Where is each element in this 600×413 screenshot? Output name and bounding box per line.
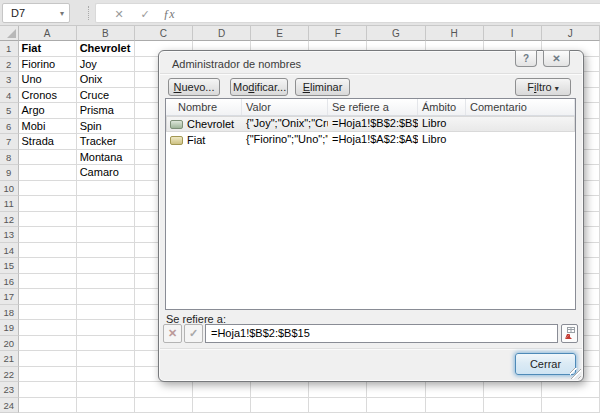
column-header-D[interactable]: D	[193, 26, 251, 41]
cell-A7[interactable]: Strada	[19, 134, 77, 150]
help-button[interactable]: ?	[515, 50, 537, 67]
cell-D23[interactable]	[193, 382, 251, 398]
cell-B13[interactable]	[77, 227, 135, 243]
enter-icon[interactable]: ✓	[136, 6, 154, 22]
row-header-20[interactable]: 20	[0, 336, 19, 352]
cell-A3[interactable]: Uno	[19, 72, 77, 88]
row-header-18[interactable]: 18	[0, 305, 19, 321]
column-header-G[interactable]: G	[367, 26, 425, 41]
row-header-8[interactable]: 8	[0, 150, 19, 166]
cell-A8[interactable]	[19, 150, 77, 166]
row-header-9[interactable]: 9	[0, 165, 19, 181]
cancel-icon[interactable]: ✕	[110, 6, 128, 22]
cell-B21[interactable]	[77, 351, 135, 367]
cell-A4[interactable]: Cronos	[19, 88, 77, 104]
cell-B3[interactable]: Onix	[77, 72, 135, 88]
name-row-chevrolet[interactable]: Chevrolet{"Joy";"Onix";"Cruc...=Hoja1!$B…	[166, 116, 575, 132]
row-header-6[interactable]: 6	[0, 119, 19, 135]
cell-B22[interactable]	[77, 367, 135, 383]
cell-A19[interactable]	[19, 320, 77, 336]
cancel-edit-button[interactable]: ✕	[163, 324, 182, 343]
cell-B6[interactable]: Spin	[77, 119, 135, 135]
cell-A23[interactable]	[19, 382, 77, 398]
cell-A15[interactable]	[19, 258, 77, 274]
cell-F24[interactable]	[309, 398, 367, 413]
cell-A2[interactable]: Fiorino	[19, 57, 77, 73]
cell-B11[interactable]	[77, 196, 135, 212]
cell-B24[interactable]	[77, 398, 135, 413]
cell-B10[interactable]	[77, 181, 135, 197]
delete-name-button[interactable]: Eliminar	[295, 78, 350, 96]
column-header-nombre[interactable]: Nombre	[166, 99, 242, 115]
cell-A16[interactable]	[19, 274, 77, 290]
cell-B7[interactable]: Tracker	[77, 134, 135, 150]
column-header-C[interactable]: C	[135, 26, 193, 41]
row-header-10[interactable]: 10	[0, 181, 19, 197]
cell-B17[interactable]	[77, 289, 135, 305]
cell-G23[interactable]	[367, 382, 425, 398]
column-header-B[interactable]: B	[77, 26, 135, 41]
cell-A18[interactable]	[19, 305, 77, 321]
row-header-2[interactable]: 2	[0, 57, 19, 73]
edit-name-button[interactable]: Modificar...	[230, 78, 288, 96]
formula-input[interactable]: ✕ ✓ ƒx	[95, 3, 600, 23]
column-header-J[interactable]: J	[542, 26, 600, 41]
cell-B20[interactable]	[77, 336, 135, 352]
cell-B12[interactable]	[77, 212, 135, 228]
row-header-1[interactable]: 1	[0, 41, 19, 57]
cerrar-button[interactable]: Cerrar	[515, 353, 576, 375]
cell-B16[interactable]	[77, 274, 135, 290]
cell-G24[interactable]	[367, 398, 425, 413]
cell-J23[interactable]	[542, 382, 600, 398]
column-header-valor[interactable]: Valor	[242, 99, 328, 115]
cell-A1[interactable]: Fiat	[19, 41, 77, 57]
cell-A22[interactable]	[19, 367, 77, 383]
insert-function-icon[interactable]: ƒx	[160, 6, 178, 22]
cell-J24[interactable]	[542, 398, 600, 413]
row-header-7[interactable]: 7	[0, 134, 19, 150]
confirm-edit-button[interactable]: ✓	[184, 324, 203, 343]
filter-button[interactable]: Filtro▾	[515, 78, 571, 96]
new-name-button[interactable]: Nuevo...	[168, 78, 220, 96]
column-header-A[interactable]: A	[19, 26, 77, 41]
cell-C24[interactable]	[135, 398, 193, 413]
row-header-11[interactable]: 11	[0, 196, 19, 212]
cell-B2[interactable]: Joy	[77, 57, 135, 73]
close-dialog-button[interactable]: ✕	[543, 50, 570, 67]
cell-I24[interactable]	[484, 398, 542, 413]
chevron-down-icon[interactable]: ▾	[60, 5, 64, 23]
name-row-fiat[interactable]: Fiat{"Fiorino";"Uno";"...=Hoja1!$A$2:$A$…	[166, 132, 575, 148]
row-header-4[interactable]: 4	[0, 88, 19, 104]
row-header-5[interactable]: 5	[0, 103, 19, 119]
row-header-13[interactable]: 13	[0, 227, 19, 243]
cell-A17[interactable]	[19, 289, 77, 305]
row-header-3[interactable]: 3	[0, 72, 19, 88]
cell-A12[interactable]	[19, 212, 77, 228]
cell-A20[interactable]	[19, 336, 77, 352]
cell-B18[interactable]	[77, 305, 135, 321]
column-header-I[interactable]: I	[484, 26, 542, 41]
cell-B5[interactable]: Prisma	[77, 103, 135, 119]
column-header-se-refiere-a[interactable]: Se refiere a	[328, 99, 418, 115]
cell-B19[interactable]	[77, 320, 135, 336]
cell-C23[interactable]	[135, 382, 193, 398]
cell-H24[interactable]	[426, 398, 484, 413]
row-header-15[interactable]: 15	[0, 258, 19, 274]
cell-A6[interactable]: Mobi	[19, 119, 77, 135]
cell-B1[interactable]: Chevrolet	[77, 41, 135, 57]
cell-E24[interactable]	[251, 398, 309, 413]
row-header-16[interactable]: 16	[0, 274, 19, 290]
row-header-22[interactable]: 22	[0, 367, 19, 383]
row-header-23[interactable]: 23	[0, 382, 19, 398]
range-selector-button[interactable]	[561, 324, 578, 343]
cell-A9[interactable]	[19, 165, 77, 181]
cell-B15[interactable]	[77, 258, 135, 274]
column-header-H[interactable]: H	[426, 26, 484, 41]
cell-D24[interactable]	[193, 398, 251, 413]
column-header-F[interactable]: F	[309, 26, 367, 41]
row-header-24[interactable]: 24	[0, 398, 19, 413]
resize-grip[interactable]	[570, 368, 581, 379]
column-header-ambito[interactable]: Ámbito	[418, 99, 466, 115]
row-header-12[interactable]: 12	[0, 212, 19, 228]
row-header-19[interactable]: 19	[0, 320, 19, 336]
